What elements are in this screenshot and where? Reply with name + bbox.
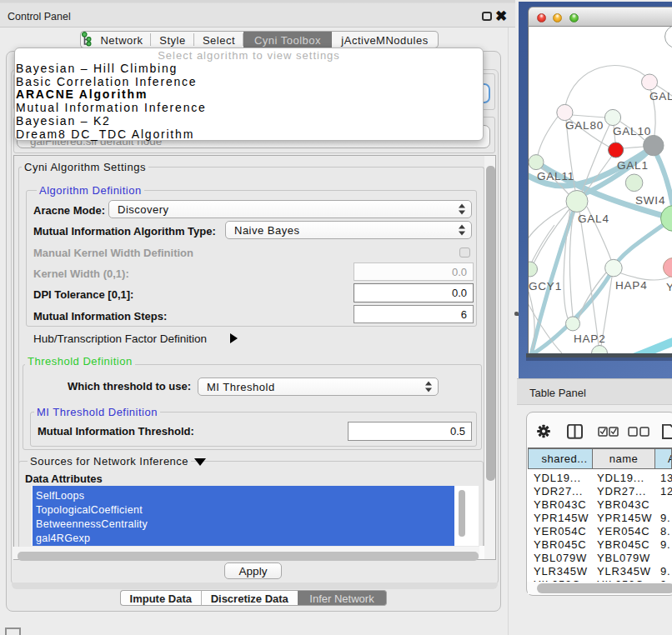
svg-text:HAP4: HAP4 <box>615 279 647 292</box>
svg-text:GAL10: GAL10 <box>613 125 651 138</box>
svg-text:SWI4: SWI4 <box>635 194 665 207</box>
svg-text:GCY1: GCY1 <box>529 280 562 292</box>
svg-text:Y: Y <box>666 281 672 293</box>
svg-text:GAL11: GAL11 <box>537 170 574 182</box>
svg-text:HAP2: HAP2 <box>574 332 605 345</box>
svg-text:GAL4: GAL4 <box>578 212 609 225</box>
svg-text:GAL1: GAL1 <box>617 159 649 172</box>
svg-text:GAL80: GAL80 <box>565 119 604 132</box>
svg-text:GAL2: GAL2 <box>649 90 672 102</box>
